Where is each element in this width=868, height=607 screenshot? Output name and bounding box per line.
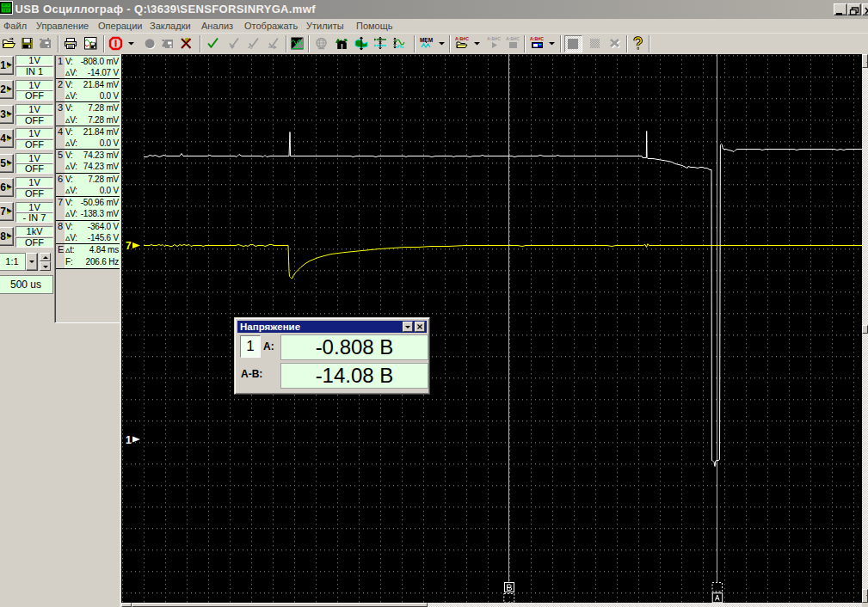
svg-text:A:B#C: A:B#C: [455, 36, 469, 41]
svg-text:A:B#C: A:B#C: [487, 36, 501, 41]
svg-text:7: 7: [126, 240, 132, 252]
svg-text:1: 1: [126, 434, 132, 446]
svg-text:MEM: MEM: [420, 37, 433, 43]
svg-text:A:B#C: A:B#C: [506, 36, 520, 41]
svg-text:A:B#C: A:B#C: [530, 36, 544, 41]
